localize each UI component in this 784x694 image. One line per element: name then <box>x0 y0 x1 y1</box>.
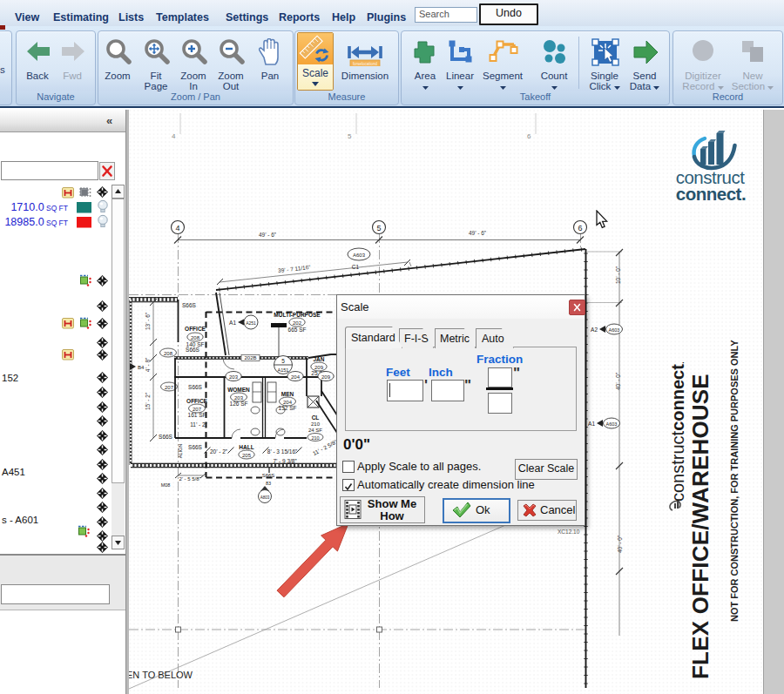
svg-text:1710.0 SQ FT: 1710.0 SQ FT <box>10 201 68 213</box>
svg-text:203: 203 <box>229 374 239 380</box>
svg-text:10’ - 0”: 10’ - 0” <box>615 266 621 284</box>
svg-text:A603: A603 <box>609 327 620 333</box>
svg-text:49’ - 6”: 49’ - 6” <box>259 232 276 238</box>
svg-text:A1: A1 <box>588 421 595 427</box>
svg-text:207: 207 <box>193 407 202 412</box>
svg-text:210: 210 <box>311 435 319 441</box>
svg-text:132 SF: 132 SF <box>279 405 297 411</box>
svg-text:A2: A2 <box>591 327 598 333</box>
svg-text:S66S: S66S <box>182 302 197 308</box>
svg-text:B4: B4 <box>138 365 145 370</box>
svg-text:S66S: S66S <box>188 444 203 450</box>
svg-text:209: 209 <box>314 365 324 370</box>
svg-text:208: 208 <box>191 335 200 340</box>
svg-text:210: 210 <box>311 421 321 427</box>
svg-text:A151: A151 <box>278 367 289 373</box>
svg-text:forselocationd: forselocationd <box>353 62 378 66</box>
svg-text:161 SF: 161 SF <box>188 412 206 418</box>
svg-text:OFFICE: OFFICE <box>186 398 207 404</box>
svg-text:207: 207 <box>165 385 174 390</box>
svg-text:204: 204 <box>283 400 293 405</box>
svg-text:A451: A451 <box>2 467 25 477</box>
svg-text:5: 5 <box>281 358 285 364</box>
svg-text:XC12.10: XC12.10 <box>558 529 580 535</box>
svg-text:665 SF: 665 SF <box>288 327 307 333</box>
svg-text:6: 6 <box>578 224 582 232</box>
svg-text:JAN: JAN <box>313 356 324 362</box>
svg-text:15’ - 2”: 15’ - 2” <box>145 393 151 410</box>
svg-text:HALL: HALL <box>239 444 253 450</box>
svg-text:A1: A1 <box>229 320 236 326</box>
svg-text:126 SF: 126 SF <box>230 401 248 407</box>
svg-text:202: 202 <box>293 320 302 326</box>
svg-text:203: 203 <box>234 395 244 401</box>
svg-text:202B: 202B <box>244 355 256 360</box>
svg-text:MEN: MEN <box>281 391 294 397</box>
svg-text:5: 5 <box>376 224 381 232</box>
svg-text:A803: A803 <box>260 495 270 500</box>
svg-text:EN TO BELOW: EN TO BELOW <box>129 670 193 680</box>
svg-text:152: 152 <box>2 373 18 383</box>
svg-text:A603: A603 <box>353 253 366 258</box>
svg-text:WOMEN: WOMEN <box>227 387 250 393</box>
svg-text:8’ - 3 15/16”: 8’ - 3 15/16” <box>267 448 297 455</box>
svg-text:24 SF: 24 SF <box>308 428 322 433</box>
svg-text:CL: CL <box>312 414 320 421</box>
svg-text:4’ - 8”: 4’ - 8” <box>145 358 151 372</box>
svg-text:83: 83 <box>266 481 271 486</box>
svg-text:40’ - 0”: 40’ - 0” <box>617 536 623 553</box>
svg-text:M08: M08 <box>161 482 171 488</box>
svg-text:49’ - 6”: 49’ - 6” <box>469 230 486 236</box>
svg-text:2’ - 5 5/8”: 2’ - 5 5/8” <box>179 476 200 482</box>
svg-text:ALIGN: ALIGN <box>178 444 183 459</box>
svg-text:40’ - 0”: 40’ - 0” <box>615 373 621 390</box>
svg-text:20’ - 2”: 20’ - 2” <box>210 448 227 455</box>
svg-text:C1: C1 <box>352 264 360 270</box>
svg-text:S66S: S66S <box>188 384 203 390</box>
svg-text:4: 4 <box>172 132 176 140</box>
svg-text:s - A601: s - A601 <box>2 515 38 525</box>
svg-text:S66S: S66S <box>186 347 200 353</box>
svg-text:OFFICE: OFFICE <box>185 326 206 332</box>
svg-text:6: 6 <box>527 132 531 140</box>
svg-text:A603: A603 <box>606 421 618 427</box>
svg-text:208: 208 <box>164 351 173 356</box>
svg-text:18985.0 SQ FT: 18985.0 SQ FT <box>4 216 68 228</box>
svg-text:209: 209 <box>321 374 331 380</box>
svg-text:11’ - 2”: 11’ - 2” <box>190 421 207 428</box>
svg-text:205: 205 <box>242 453 252 458</box>
svg-text:13’ - 6”: 13’ - 6” <box>145 313 151 330</box>
svg-text:4: 4 <box>175 224 179 232</box>
svg-text:connect.: connect. <box>676 184 746 204</box>
svg-text:204: 204 <box>291 374 301 380</box>
svg-text:5: 5 <box>348 132 352 140</box>
svg-text:A251: A251 <box>246 320 256 326</box>
svg-text:S66S: S66S <box>159 434 173 440</box>
